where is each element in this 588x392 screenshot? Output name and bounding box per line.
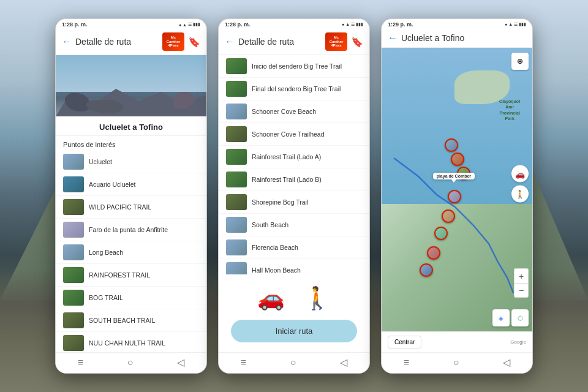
list-item[interactable]: Shorepine Bog Trail (219, 191, 369, 214)
phone1-nav-menu[interactable]: ≡ (78, 357, 83, 368)
list-item[interactable]: Acuario Ucluelet (56, 173, 206, 196)
list-item[interactable]: Florencia Beach (219, 236, 369, 259)
map-callout: playa de Comber (433, 173, 475, 179)
poi-thumb (63, 244, 84, 260)
phone3-nav-home[interactable]: ○ (453, 357, 459, 368)
poi-thumb (63, 290, 84, 306)
poi-name: Ucluelet (89, 158, 112, 165)
poi-name: Rainforest Trail (Lado B) (252, 176, 322, 183)
phone2-nav-back[interactable]: ◁ (340, 356, 347, 368)
google-logo: Google (510, 339, 526, 345)
phone1-poi-header: Puntos de interés (56, 136, 206, 151)
poi-name: Florencia Beach (252, 244, 298, 251)
phone2-bottom-nav: ≡ ○ ◁ (219, 352, 369, 373)
list-item[interactable]: Rainforest Trail (Lado A) (219, 146, 369, 168)
zoom-in-button[interactable]: + (514, 268, 529, 283)
poi-thumb (63, 199, 84, 215)
phone1-nav-home[interactable]: ○ (127, 357, 134, 368)
list-item[interactable]: WILD PACIFIC TRAIL (56, 196, 206, 219)
walk-icon: 🚶 (303, 285, 331, 311)
zoom-controls: + − (514, 268, 529, 298)
map-location-control[interactable]: ⊕ (511, 53, 529, 70)
poi-thumb (226, 126, 247, 142)
poi-name: Hall Moon Beach (252, 266, 301, 274)
list-item[interactable]: Faro de la punta de Anfitrite (56, 219, 206, 241)
google-maps-icon[interactable]: ⬡ (511, 309, 529, 326)
poi-thumb (63, 176, 84, 192)
maps-icon[interactable]: ◈ (492, 309, 510, 326)
phone1-bookmark-icon[interactable]: 🔖 (188, 36, 200, 48)
poi-name: Faro de la punta de Anfitrite (89, 226, 168, 233)
phone1-route-title: Ucluelet a Tofino (63, 123, 199, 132)
poi-name: Acuario Ucluelet (89, 181, 135, 188)
phone2-back-button[interactable]: ← (225, 36, 235, 47)
poi-thumb (226, 194, 247, 210)
list-item[interactable]: Schooner Cove Trailhead (219, 123, 369, 146)
hero-sky (56, 55, 206, 92)
poi-thumb (226, 262, 247, 274)
list-item[interactable]: Final del sendero Big Tree Trail (219, 78, 369, 100)
poi-name: South Beach (252, 221, 288, 228)
location-button[interactable]: ⊕ (511, 53, 529, 70)
list-item[interactable]: Schooner Cove Beach (219, 100, 369, 123)
phone1-bottom-nav: ≡ ○ ◁ (56, 352, 206, 373)
list-item[interactable]: Ucluelet (56, 151, 206, 173)
poi-thumb (226, 58, 247, 74)
phone1-nav-back[interactable]: ◁ (177, 356, 184, 368)
phone2-logo: McCanther4Pass (325, 32, 347, 51)
list-item[interactable]: Rainforest Trail (Lado B) (219, 168, 369, 191)
poi-name: Schooner Cove Beach (252, 108, 316, 115)
poi-thumb (63, 267, 84, 283)
list-item[interactable]: SOUTH BEACH TRAIL (56, 309, 206, 332)
phone2-bookmark-icon[interactable]: 🔖 (351, 36, 363, 48)
map-app-icons: ◈ ⬡ (492, 309, 529, 326)
phone1-title: Detalle de ruta (75, 37, 159, 47)
map-car-button[interactable]: 🚗 (511, 165, 529, 183)
phone1-back-button[interactable]: ← (62, 36, 72, 47)
poi-name: Schooner Cove Trailhead (252, 130, 325, 138)
zoom-out-button[interactable]: − (514, 283, 529, 298)
phone2-status-icons: ● ▲ ☰ ▮▮▮ (342, 22, 363, 27)
list-item[interactable]: RAINFOREST TRAIL (56, 264, 206, 287)
app-logo-1: McCanther4Pass (162, 32, 184, 51)
poi-name: Shorepine Bog Trail (252, 198, 308, 206)
list-item[interactable]: Inicio del sendero Big Tree Trail (219, 55, 369, 78)
phone1-route-title-section: Ucluelet a Tofino (56, 116, 206, 136)
poi-name: SOUTH BEACH TRAIL (89, 317, 155, 324)
phone2-nav-menu[interactable]: ≡ (241, 357, 246, 368)
list-item[interactable]: BOG TRAIL (56, 287, 206, 309)
poi-thumb (63, 222, 84, 238)
phone3-nav-back[interactable]: ◁ (503, 356, 510, 368)
poi-name: RAINFOREST TRAIL (89, 271, 150, 279)
map-route-line (382, 48, 532, 331)
phone2-title: Detalle de ruta (238, 37, 322, 47)
phone2-nav-home[interactable]: ○ (290, 357, 296, 368)
map-walk-button[interactable]: 🚶 (511, 186, 529, 203)
phone3-time: 1:29 p. m. (388, 21, 413, 28)
list-item[interactable]: NUU CHAH NULTH TRAIL (56, 332, 206, 352)
map-transport-controls: 🚗 🚶 (511, 165, 529, 203)
poi-thumb (226, 239, 247, 255)
phone3-back-button[interactable]: ← (388, 32, 398, 43)
list-item[interactable]: Long Beach (56, 241, 206, 264)
map-view[interactable]: Clayoquot Amr Provincial Park (382, 48, 532, 331)
poi-thumb (63, 154, 84, 170)
car-icon: 🚗 (257, 285, 285, 311)
phone1-status-bar: 1:28 p. m. ● ▲ ☰ ▮▮▮ (56, 19, 206, 29)
list-item[interactable]: South Beach (219, 214, 369, 236)
phone2-transport-icons: 🚗 🚶 (219, 274, 369, 320)
phone2-status-bar: 1:28 p. m. ● ▲ ☰ ▮▮▮ (219, 19, 369, 29)
center-button[interactable]: Centrar (388, 336, 421, 349)
start-route-button[interactable]: Iniciar ruta (231, 320, 357, 342)
phone2-poi-list: Inicio del sendero Big Tree Trail Final … (219, 55, 369, 274)
poi-name: Long Beach (89, 249, 123, 256)
poi-name: Final del sendero Big Tree Trail (252, 85, 341, 92)
phone1-status-icons: ● ▲ ☰ ▮▮▮ (179, 22, 200, 27)
phone3-bottom-nav: ≡ ○ ◁ (382, 352, 532, 373)
phone3-nav-bar: ← Ucluelet a Tofino (382, 29, 532, 48)
phone3-title: Ucluelet a Tofino (401, 33, 526, 43)
phone-2: 1:28 p. m. ● ▲ ☰ ▮▮▮ ← Detalle de ruta M… (218, 18, 370, 374)
phone3-nav-menu[interactable]: ≡ (404, 357, 409, 368)
poi-thumb (226, 149, 247, 165)
list-item[interactable]: Hall Moon Beach (219, 259, 369, 274)
